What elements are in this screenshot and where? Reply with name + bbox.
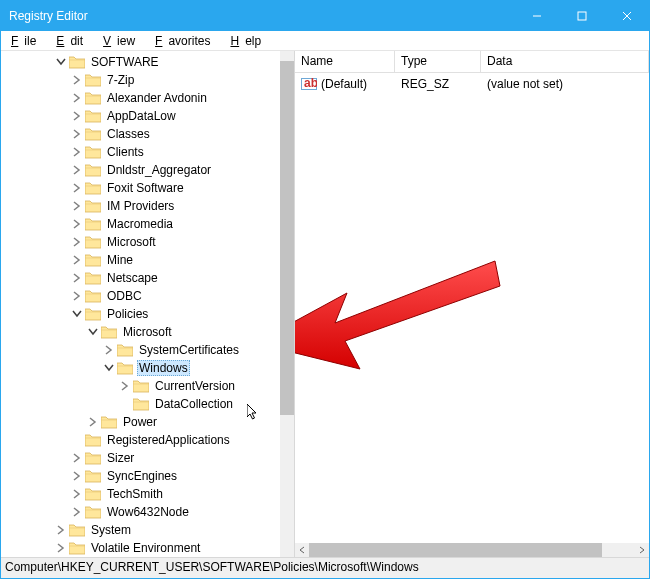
chevron-right-icon[interactable] bbox=[87, 416, 99, 428]
folder-icon bbox=[117, 343, 133, 357]
tree-item-software[interactable]: SOFTWARE bbox=[3, 53, 280, 71]
body-split: SOFTWARE 7-Zip Alexander Avdonin AppData… bbox=[1, 51, 649, 558]
tree-item-label: DataCollection bbox=[153, 397, 235, 411]
tree-pane: SOFTWARE 7-Zip Alexander Avdonin AppData… bbox=[1, 51, 295, 557]
tree-item-label: Policies bbox=[105, 307, 150, 321]
tree-item-windows[interactable]: Windows bbox=[3, 359, 280, 377]
folder-icon bbox=[69, 523, 85, 537]
tree-item-label: Foxit Software bbox=[105, 181, 186, 195]
tree-item-dnldstr-aggregator[interactable]: Dnldstr_Aggregator bbox=[3, 161, 280, 179]
minimize-button[interactable] bbox=[514, 1, 559, 31]
chevron-right-icon[interactable] bbox=[71, 254, 83, 266]
chevron-right-icon[interactable] bbox=[71, 488, 83, 500]
folder-icon bbox=[85, 433, 101, 447]
tree-item-wow6432node[interactable]: Wow6432Node bbox=[3, 503, 280, 521]
chevron-down-icon[interactable] bbox=[71, 308, 83, 320]
tree-item-mine[interactable]: Mine bbox=[3, 251, 280, 269]
close-button[interactable] bbox=[604, 1, 649, 31]
tree-item-volatile-environment[interactable]: Volatile Environment bbox=[3, 539, 280, 557]
chevron-right-icon[interactable] bbox=[71, 470, 83, 482]
chevron-right-icon[interactable] bbox=[71, 146, 83, 158]
folder-icon bbox=[117, 361, 133, 375]
value-type: REG_SZ bbox=[395, 77, 481, 91]
chevron-right-icon[interactable] bbox=[71, 74, 83, 86]
chevron-right-icon[interactable] bbox=[55, 524, 67, 536]
chevron-right-icon[interactable] bbox=[55, 542, 67, 554]
menu-file[interactable]: File bbox=[5, 32, 48, 50]
tree-item-microsoft[interactable]: Microsoft bbox=[3, 233, 280, 251]
tree-item-label: ODBC bbox=[105, 289, 144, 303]
chevron-right-icon[interactable] bbox=[71, 200, 83, 212]
folder-icon bbox=[85, 145, 101, 159]
chevron-down-icon[interactable] bbox=[55, 56, 67, 68]
chevron-right-icon[interactable] bbox=[71, 164, 83, 176]
scroll-right-icon[interactable] bbox=[635, 543, 649, 557]
tree-item-foxit-software[interactable]: Foxit Software bbox=[3, 179, 280, 197]
scroll-left-icon[interactable] bbox=[295, 543, 309, 557]
chevron-right-icon[interactable] bbox=[71, 182, 83, 194]
window-title: Registry Editor bbox=[9, 9, 514, 23]
tree-item-label: Volatile Environment bbox=[89, 541, 202, 555]
tree-item-label: Microsoft bbox=[121, 325, 174, 339]
values-scrollbar-horizontal[interactable] bbox=[295, 543, 649, 557]
column-name[interactable]: Name bbox=[295, 51, 395, 72]
column-type[interactable]: Type bbox=[395, 51, 481, 72]
chevron-right-icon[interactable] bbox=[71, 110, 83, 122]
titlebar[interactable]: Registry Editor bbox=[1, 1, 649, 31]
tree-item-datacollection[interactable]: DataCollection bbox=[3, 395, 280, 413]
tree-item-alexander-avdonin[interactable]: Alexander Avdonin bbox=[3, 89, 280, 107]
menubar: File Edit View Favorites Help bbox=[1, 31, 649, 51]
status-path: Computer\HKEY_CURRENT_USER\SOFTWARE\Poli… bbox=[5, 560, 419, 574]
tree-item-7-zip[interactable]: 7-Zip bbox=[3, 71, 280, 89]
tree-item-power[interactable]: Power bbox=[3, 413, 280, 431]
chevron-right-icon[interactable] bbox=[71, 272, 83, 284]
chevron-right-icon[interactable] bbox=[71, 236, 83, 248]
tree-item-microsoft[interactable]: Microsoft bbox=[3, 323, 280, 341]
chevron-right-icon[interactable] bbox=[71, 452, 83, 464]
values-list[interactable]: (Default) REG_SZ (value not set) bbox=[295, 73, 649, 557]
value-row[interactable]: (Default) REG_SZ (value not set) bbox=[295, 75, 649, 93]
tree-item-im-providers[interactable]: IM Providers bbox=[3, 197, 280, 215]
tree-item-label: Mine bbox=[105, 253, 135, 267]
menu-favorites[interactable]: Favorites bbox=[149, 32, 222, 50]
chevron-right-icon[interactable] bbox=[71, 128, 83, 140]
folder-icon bbox=[85, 505, 101, 519]
chevron-right-icon[interactable] bbox=[71, 218, 83, 230]
maximize-button[interactable] bbox=[559, 1, 604, 31]
tree-scroll[interactable]: SOFTWARE 7-Zip Alexander Avdonin AppData… bbox=[1, 51, 280, 557]
tree-item-currentversion[interactable]: CurrentVersion bbox=[3, 377, 280, 395]
folder-icon bbox=[133, 397, 149, 411]
tree-item-registeredapplications[interactable]: RegisteredApplications bbox=[3, 431, 280, 449]
value-name: (Default) bbox=[321, 77, 367, 91]
scrollbar-thumb[interactable] bbox=[280, 61, 294, 415]
chevron-down-icon[interactable] bbox=[87, 326, 99, 338]
tree-item-techsmith[interactable]: TechSmith bbox=[3, 485, 280, 503]
chevron-right-icon[interactable] bbox=[103, 344, 115, 356]
folder-icon bbox=[85, 469, 101, 483]
chevron-right-icon[interactable] bbox=[71, 290, 83, 302]
chevron-right-icon[interactable] bbox=[119, 380, 131, 392]
tree-item-syncengines[interactable]: SyncEngines bbox=[3, 467, 280, 485]
chevron-down-icon[interactable] bbox=[103, 362, 115, 374]
tree-item-policies[interactable]: Policies bbox=[3, 305, 280, 323]
menu-view[interactable]: View bbox=[97, 32, 147, 50]
tree-item-system[interactable]: System bbox=[3, 521, 280, 539]
column-data[interactable]: Data bbox=[481, 51, 649, 72]
tree-item-appdatalow[interactable]: AppDataLow bbox=[3, 107, 280, 125]
tree-item-classes[interactable]: Classes bbox=[3, 125, 280, 143]
menu-help[interactable]: Help bbox=[224, 32, 273, 50]
folder-icon bbox=[101, 415, 117, 429]
tree-item-odbc[interactable]: ODBC bbox=[3, 287, 280, 305]
tree-item-systemcertificates[interactable]: SystemCertificates bbox=[3, 341, 280, 359]
tree-item-sizer[interactable]: Sizer bbox=[3, 449, 280, 467]
tree-item-macromedia[interactable]: Macromedia bbox=[3, 215, 280, 233]
chevron-right-icon[interactable] bbox=[71, 92, 83, 104]
folder-icon bbox=[69, 541, 85, 555]
tree-item-netscape[interactable]: Netscape bbox=[3, 269, 280, 287]
chevron-right-icon[interactable] bbox=[71, 506, 83, 518]
menu-edit[interactable]: Edit bbox=[50, 32, 95, 50]
string-value-icon bbox=[301, 76, 317, 92]
tree-item-clients[interactable]: Clients bbox=[3, 143, 280, 161]
folder-icon bbox=[85, 289, 101, 303]
tree-scrollbar-vertical[interactable] bbox=[280, 51, 294, 557]
